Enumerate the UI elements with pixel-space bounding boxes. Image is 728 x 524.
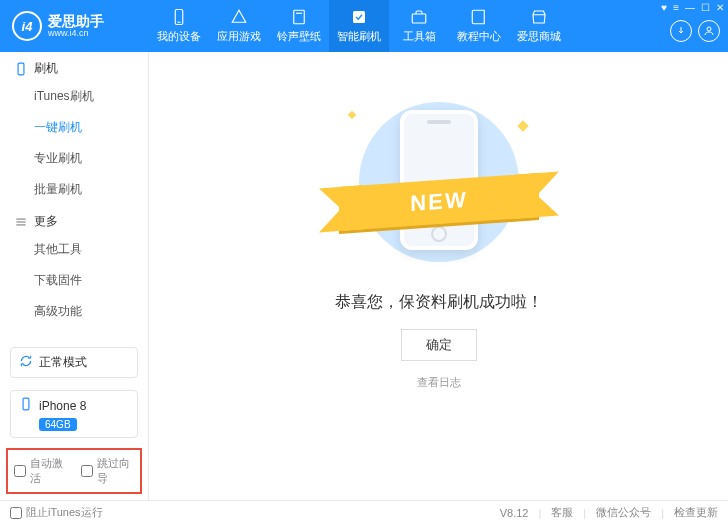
- top-nav: 我的设备 应用游戏 铃声壁纸 智能刷机 工具箱 教程中心 爱思商城: [149, 0, 569, 52]
- mode-label: 正常模式: [39, 354, 87, 371]
- nav-apps[interactable]: 应用游戏: [209, 0, 269, 52]
- sidebar-section-flash: 刷机: [0, 52, 148, 81]
- storage-badge: 64GB: [39, 418, 77, 431]
- nav-label: 应用游戏: [217, 29, 261, 44]
- nav-toolbox[interactable]: 工具箱: [389, 0, 449, 52]
- main-content: NEW 恭喜您，保资料刷机成功啦！ 确定 查看日志: [149, 52, 728, 500]
- device-name: iPhone 8: [39, 399, 86, 413]
- logo-area: i4 爱思助手 www.i4.cn: [0, 11, 149, 41]
- more-icon: [14, 215, 28, 229]
- menu-icon[interactable]: ♥: [661, 2, 667, 13]
- sidebar-item-pro-flash[interactable]: 专业刷机: [0, 143, 148, 174]
- footer-link-wechat[interactable]: 微信公众号: [596, 505, 651, 520]
- sidebar: 刷机 iTunes刷机 一键刷机 专业刷机 批量刷机 更多 其他工具 下载固件 …: [0, 52, 149, 500]
- phone-icon: [14, 62, 28, 76]
- sidebar-item-other-tools[interactable]: 其他工具: [0, 234, 148, 265]
- sidebar-item-download-firmware[interactable]: 下载固件: [0, 265, 148, 296]
- success-illustration: NEW: [329, 92, 549, 272]
- mode-indicator[interactable]: 正常模式: [10, 347, 138, 378]
- phone-icon: [19, 397, 33, 414]
- svg-rect-4: [353, 11, 365, 23]
- minimize-icon[interactable]: —: [685, 2, 695, 13]
- nav-store[interactable]: 爱思商城: [509, 0, 569, 52]
- options-icon[interactable]: ≡: [673, 2, 679, 13]
- app-subtitle: www.i4.cn: [48, 28, 104, 39]
- svg-rect-2: [294, 10, 305, 24]
- sidebar-item-itunes-flash[interactable]: iTunes刷机: [0, 81, 148, 112]
- apps-icon: [229, 8, 249, 26]
- app-title: 爱思助手: [48, 14, 104, 28]
- section-title: 刷机: [34, 60, 58, 77]
- sidebar-item-oneclick-flash[interactable]: 一键刷机: [0, 112, 148, 143]
- skip-guide-checkbox[interactable]: 跳过向导: [81, 456, 134, 486]
- store-icon: [529, 8, 549, 26]
- logo-icon: i4: [12, 11, 42, 41]
- nav-my-device[interactable]: 我的设备: [149, 0, 209, 52]
- auto-activate-checkbox[interactable]: 自动激活: [14, 456, 67, 486]
- nav-label: 智能刷机: [337, 29, 381, 44]
- nav-label: 铃声壁纸: [277, 29, 321, 44]
- svg-rect-7: [18, 63, 24, 75]
- nav-label: 工具箱: [403, 29, 436, 44]
- success-message: 恭喜您，保资料刷机成功啦！: [335, 292, 543, 313]
- ok-button[interactable]: 确定: [401, 329, 477, 361]
- device-indicator[interactable]: iPhone 8 64GB: [10, 390, 138, 438]
- refresh-icon: [19, 354, 33, 371]
- app-header: i4 爱思助手 www.i4.cn 我的设备 应用游戏 铃声壁纸 智能刷机 工具…: [0, 0, 728, 52]
- download-button[interactable]: [670, 20, 692, 42]
- sidebar-item-batch-flash[interactable]: 批量刷机: [0, 174, 148, 205]
- checkbox-label: 自动激活: [30, 456, 67, 486]
- window-controls: ♥ ≡ — ☐ ✕: [661, 2, 724, 13]
- nav-flash[interactable]: 智能刷机: [329, 0, 389, 52]
- nav-label: 教程中心: [457, 29, 501, 44]
- user-button[interactable]: [698, 20, 720, 42]
- sidebar-section-more: 更多: [0, 205, 148, 234]
- checkbox-label: 阻止iTunes运行: [26, 505, 103, 520]
- maximize-icon[interactable]: ☐: [701, 2, 710, 13]
- sidebar-item-advanced[interactable]: 高级功能: [0, 296, 148, 327]
- nav-tutorials[interactable]: 教程中心: [449, 0, 509, 52]
- svg-rect-11: [23, 398, 29, 410]
- flash-icon: [349, 8, 369, 26]
- svg-point-6: [707, 27, 711, 31]
- nav-label: 我的设备: [157, 29, 201, 44]
- nav-ringtones[interactable]: 铃声壁纸: [269, 0, 329, 52]
- status-bar: 阻止iTunes运行 V8.12 | 客服 | 微信公众号 | 检查更新: [0, 500, 728, 524]
- book-icon: [469, 8, 489, 26]
- checkbox-label: 跳过向导: [97, 456, 134, 486]
- device-icon: [169, 8, 189, 26]
- view-log-link[interactable]: 查看日志: [417, 375, 461, 390]
- block-itunes-checkbox[interactable]: 阻止iTunes运行: [10, 505, 103, 520]
- toolbox-icon: [409, 8, 429, 26]
- nav-label: 爱思商城: [517, 29, 561, 44]
- section-title: 更多: [34, 213, 58, 230]
- options-highlight-box: 自动激活 跳过向导: [6, 448, 142, 494]
- footer-link-update[interactable]: 检查更新: [674, 505, 718, 520]
- footer-link-support[interactable]: 客服: [551, 505, 573, 520]
- music-icon: [289, 8, 309, 26]
- version-label: V8.12: [500, 507, 529, 519]
- close-icon[interactable]: ✕: [716, 2, 724, 13]
- svg-rect-5: [412, 14, 426, 23]
